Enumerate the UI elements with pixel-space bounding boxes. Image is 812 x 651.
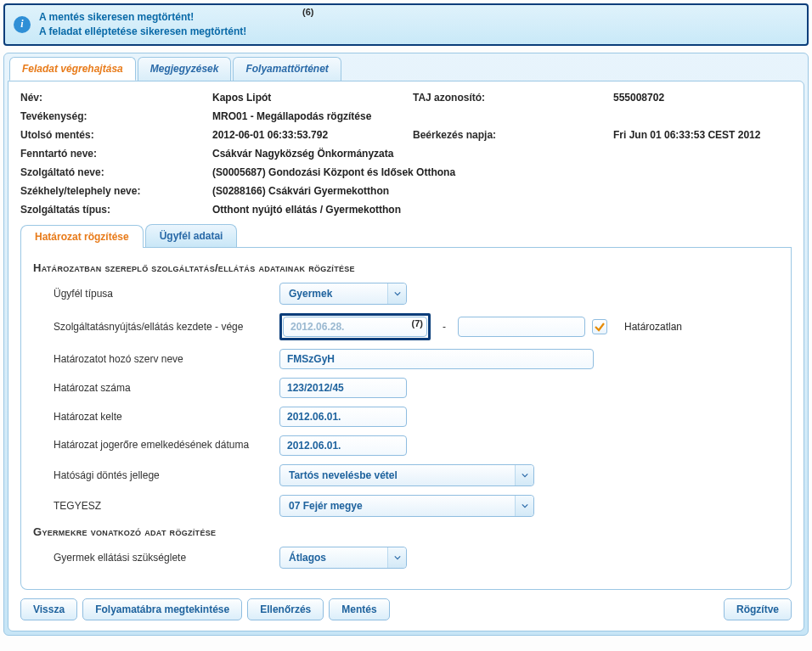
main-container: Feladat végrehajtása Megjegyzések Folyam… bbox=[3, 53, 809, 636]
tipus-label: Szolgáltatás típus: bbox=[20, 204, 207, 216]
mentes-button[interactable]: Mentés bbox=[329, 598, 389, 620]
kelte-input[interactable] bbox=[279, 407, 407, 427]
main-panel: Név: Kapos Lipót TAJ azonosító: 55500870… bbox=[8, 81, 804, 631]
szolg-label: Szolgáltató neve: bbox=[20, 166, 207, 178]
tab-feladat[interactable]: Feladat végrehajtása bbox=[9, 57, 136, 81]
lastsave-label: Utolsó mentés: bbox=[20, 129, 207, 141]
kelte-label: Határozat kelte bbox=[33, 411, 279, 423]
info-icon: i bbox=[14, 16, 31, 33]
sub-panel: Határozatban szereplő szolgáltatás/ellát… bbox=[20, 248, 792, 590]
kezdet-annotation: (7) bbox=[412, 318, 423, 328]
tev-label: Tevékenység: bbox=[20, 110, 207, 122]
name-value: Kapos Lipót bbox=[212, 92, 408, 104]
szerv-input[interactable] bbox=[279, 349, 594, 369]
szukseglet-combo[interactable]: Átlagos bbox=[279, 547, 407, 569]
banner-annotation: (6) bbox=[302, 7, 313, 17]
chevron-down-icon bbox=[515, 465, 533, 485]
hatarozatlan-label: Határozatlan bbox=[624, 321, 682, 333]
chevron-down-icon bbox=[515, 496, 533, 516]
fenn-label: Fenntartó neve: bbox=[20, 148, 207, 160]
section2-title: Gyermekre vonatkozó adat rögzítése bbox=[33, 525, 779, 538]
fenn-value: Csákvár Nagyközség Önkormányzata bbox=[212, 148, 792, 160]
folyamatabra-button[interactable]: Folyamatábra megtekintése bbox=[82, 598, 242, 620]
arrive-value: Fri Jun 01 06:33:53 CEST 2012 bbox=[613, 129, 792, 141]
tab-megjegyzesek[interactable]: Megjegyzések bbox=[138, 57, 232, 81]
section1-title: Határozatban szereplő szolgáltatás/ellát… bbox=[33, 261, 779, 274]
szek-value: (S0288166) Csákvári Gyermekotthon bbox=[212, 185, 792, 197]
szukseglet-combo-value: Átlagos bbox=[289, 552, 326, 564]
tev-value: MRO01 - Megállapodás rögzítése bbox=[212, 110, 792, 122]
jogero-label: Határozat jogerőre emelkedésének dátuma bbox=[33, 439, 279, 452]
date-dash: - bbox=[437, 321, 451, 333]
info-banner: i A mentés sikeresen megtörtént! A felad… bbox=[3, 3, 809, 46]
dontes-combo-value: Tartós nevelésbe vétel bbox=[289, 469, 398, 481]
kezdet-label: Szolgáltatásnyújtás/ellátás kezdete - vé… bbox=[33, 321, 279, 333]
main-tabstrip: Feladat végrehajtása Megjegyzések Folyam… bbox=[4, 53, 808, 81]
szam-label: Határozat száma bbox=[33, 382, 279, 394]
szolg-value: (S0005687) Gondozási Központ és Idősek O… bbox=[212, 166, 792, 178]
kezdet-input[interactable] bbox=[283, 317, 427, 337]
szek-label: Székhely/telephely neve: bbox=[20, 185, 207, 197]
subtab-hatarozat[interactable]: Határozat rögzítése bbox=[20, 225, 144, 248]
chevron-down-icon bbox=[387, 283, 406, 304]
taj-label: TAJ azonosító: bbox=[413, 92, 608, 104]
arrive-label: Beérkezés napja: bbox=[413, 129, 608, 141]
tegyesz-combo-value: 07 Fejér megye bbox=[289, 500, 363, 512]
hatarozatlan-checkbox[interactable] bbox=[592, 319, 607, 334]
dontes-label: Hatósági döntés jellege bbox=[33, 469, 279, 481]
dontes-combo[interactable]: Tartós nevelésbe vétel bbox=[279, 464, 534, 486]
rogzitve-button[interactable]: Rögzítve bbox=[724, 598, 792, 620]
sub-tabstrip: Határozat rögzítése Ügyfél adatai bbox=[20, 224, 792, 248]
jogero-input[interactable] bbox=[279, 435, 407, 456]
kezdet-highlight: (7) bbox=[279, 313, 431, 340]
tipus-value: Otthont nyújtó ellátás / Gyermekotthon bbox=[212, 204, 792, 216]
info-grid: Név: Kapos Lipót TAJ azonosító: 55500870… bbox=[20, 92, 792, 216]
button-bar: Vissza Folyamatábra megtekintése Ellenőr… bbox=[20, 598, 792, 620]
ugyfel-label: Ügyfél típusa bbox=[33, 288, 279, 300]
subtab-ugyfel[interactable]: Ügyfél adatai bbox=[145, 224, 238, 247]
vege-input[interactable] bbox=[458, 317, 585, 337]
tegyesz-label: TEGYESZ bbox=[33, 500, 279, 512]
taj-value: 555008702 bbox=[613, 92, 792, 104]
vissza-button[interactable]: Vissza bbox=[20, 598, 77, 620]
tab-folyamattortenet[interactable]: Folyamattörténet bbox=[233, 57, 341, 81]
name-label: Név: bbox=[20, 92, 207, 104]
banner-line2: A feladat elléptetése sikeresen megtörté… bbox=[39, 25, 246, 39]
chevron-down-icon bbox=[387, 547, 406, 568]
szam-input[interactable] bbox=[279, 378, 407, 398]
ellenorzes-button[interactable]: Ellenőrzés bbox=[247, 598, 324, 620]
banner-line1: A mentés sikeresen megtörtént! bbox=[39, 10, 246, 25]
szerv-label: Határozatot hozó szerv neve bbox=[33, 353, 279, 365]
ugyfel-combo-value: Gyermek bbox=[289, 288, 332, 300]
ugyfel-combo[interactable]: Gyermek bbox=[279, 283, 407, 305]
tegyesz-combo[interactable]: 07 Fejér megye bbox=[279, 495, 534, 517]
lastsave-value: 2012-06-01 06:33:53.792 bbox=[212, 129, 408, 141]
szukseglet-label: Gyermek ellátási szükséglete bbox=[33, 552, 279, 564]
